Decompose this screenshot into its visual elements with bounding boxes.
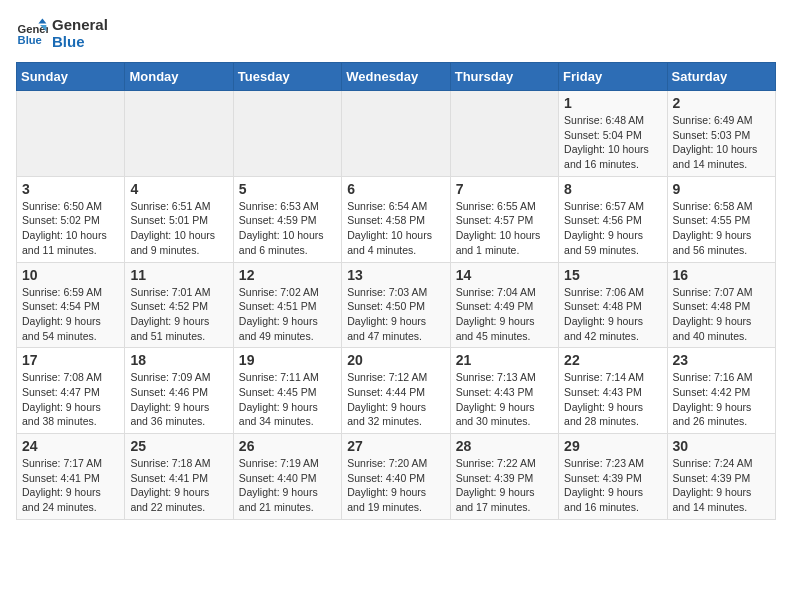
calendar-cell: 21Sunrise: 7:13 AM Sunset: 4:43 PM Dayli… xyxy=(450,348,558,434)
logo-blue: Blue xyxy=(52,33,108,50)
day-number: 19 xyxy=(239,352,336,368)
day-number: 22 xyxy=(564,352,661,368)
day-info: Sunrise: 6:53 AM Sunset: 4:59 PM Dayligh… xyxy=(239,199,336,258)
calendar-cell: 19Sunrise: 7:11 AM Sunset: 4:45 PM Dayli… xyxy=(233,348,341,434)
day-info: Sunrise: 7:13 AM Sunset: 4:43 PM Dayligh… xyxy=(456,370,553,429)
day-info: Sunrise: 7:18 AM Sunset: 4:41 PM Dayligh… xyxy=(130,456,227,515)
day-info: Sunrise: 7:20 AM Sunset: 4:40 PM Dayligh… xyxy=(347,456,444,515)
calendar-cell: 3Sunrise: 6:50 AM Sunset: 5:02 PM Daylig… xyxy=(17,176,125,262)
calendar-cell: 17Sunrise: 7:08 AM Sunset: 4:47 PM Dayli… xyxy=(17,348,125,434)
day-number: 5 xyxy=(239,181,336,197)
calendar-week-row: 10Sunrise: 6:59 AM Sunset: 4:54 PM Dayli… xyxy=(17,262,776,348)
calendar-cell: 27Sunrise: 7:20 AM Sunset: 4:40 PM Dayli… xyxy=(342,434,450,520)
day-number: 13 xyxy=(347,267,444,283)
calendar-cell: 9Sunrise: 6:58 AM Sunset: 4:55 PM Daylig… xyxy=(667,176,775,262)
calendar-cell: 11Sunrise: 7:01 AM Sunset: 4:52 PM Dayli… xyxy=(125,262,233,348)
day-number: 23 xyxy=(673,352,770,368)
day-info: Sunrise: 7:01 AM Sunset: 4:52 PM Dayligh… xyxy=(130,285,227,344)
day-number: 26 xyxy=(239,438,336,454)
logo: General Blue General Blue xyxy=(16,16,108,50)
calendar-cell: 1Sunrise: 6:48 AM Sunset: 5:04 PM Daylig… xyxy=(559,91,667,177)
day-number: 27 xyxy=(347,438,444,454)
day-number: 17 xyxy=(22,352,119,368)
day-number: 24 xyxy=(22,438,119,454)
calendar-cell: 26Sunrise: 7:19 AM Sunset: 4:40 PM Dayli… xyxy=(233,434,341,520)
day-info: Sunrise: 6:57 AM Sunset: 4:56 PM Dayligh… xyxy=(564,199,661,258)
weekday-header: Wednesday xyxy=(342,63,450,91)
day-number: 18 xyxy=(130,352,227,368)
day-number: 6 xyxy=(347,181,444,197)
weekday-header: Friday xyxy=(559,63,667,91)
calendar-week-row: 3Sunrise: 6:50 AM Sunset: 5:02 PM Daylig… xyxy=(17,176,776,262)
day-info: Sunrise: 6:59 AM Sunset: 4:54 PM Dayligh… xyxy=(22,285,119,344)
day-info: Sunrise: 6:51 AM Sunset: 5:01 PM Dayligh… xyxy=(130,199,227,258)
calendar-table: SundayMondayTuesdayWednesdayThursdayFrid… xyxy=(16,62,776,520)
day-info: Sunrise: 7:16 AM Sunset: 4:42 PM Dayligh… xyxy=(673,370,770,429)
calendar-cell: 24Sunrise: 7:17 AM Sunset: 4:41 PM Dayli… xyxy=(17,434,125,520)
day-info: Sunrise: 7:07 AM Sunset: 4:48 PM Dayligh… xyxy=(673,285,770,344)
day-number: 21 xyxy=(456,352,553,368)
calendar-cell: 2Sunrise: 6:49 AM Sunset: 5:03 PM Daylig… xyxy=(667,91,775,177)
day-number: 11 xyxy=(130,267,227,283)
day-number: 1 xyxy=(564,95,661,111)
calendar-cell: 20Sunrise: 7:12 AM Sunset: 4:44 PM Dayli… xyxy=(342,348,450,434)
day-number: 4 xyxy=(130,181,227,197)
day-info: Sunrise: 7:02 AM Sunset: 4:51 PM Dayligh… xyxy=(239,285,336,344)
day-number: 15 xyxy=(564,267,661,283)
day-number: 20 xyxy=(347,352,444,368)
day-info: Sunrise: 6:55 AM Sunset: 4:57 PM Dayligh… xyxy=(456,199,553,258)
weekday-header: Saturday xyxy=(667,63,775,91)
calendar-cell: 5Sunrise: 6:53 AM Sunset: 4:59 PM Daylig… xyxy=(233,176,341,262)
logo-icon: General Blue xyxy=(16,17,48,49)
calendar-cell: 4Sunrise: 6:51 AM Sunset: 5:01 PM Daylig… xyxy=(125,176,233,262)
calendar-week-row: 1Sunrise: 6:48 AM Sunset: 5:04 PM Daylig… xyxy=(17,91,776,177)
weekday-header: Thursday xyxy=(450,63,558,91)
day-number: 3 xyxy=(22,181,119,197)
day-info: Sunrise: 6:58 AM Sunset: 4:55 PM Dayligh… xyxy=(673,199,770,258)
day-info: Sunrise: 6:50 AM Sunset: 5:02 PM Dayligh… xyxy=(22,199,119,258)
day-info: Sunrise: 7:17 AM Sunset: 4:41 PM Dayligh… xyxy=(22,456,119,515)
calendar-cell: 10Sunrise: 6:59 AM Sunset: 4:54 PM Dayli… xyxy=(17,262,125,348)
day-number: 25 xyxy=(130,438,227,454)
day-info: Sunrise: 7:03 AM Sunset: 4:50 PM Dayligh… xyxy=(347,285,444,344)
calendar-cell: 18Sunrise: 7:09 AM Sunset: 4:46 PM Dayli… xyxy=(125,348,233,434)
day-number: 29 xyxy=(564,438,661,454)
day-number: 30 xyxy=(673,438,770,454)
calendar-cell xyxy=(125,91,233,177)
calendar-cell: 15Sunrise: 7:06 AM Sunset: 4:48 PM Dayli… xyxy=(559,262,667,348)
day-number: 14 xyxy=(456,267,553,283)
calendar-week-row: 17Sunrise: 7:08 AM Sunset: 4:47 PM Dayli… xyxy=(17,348,776,434)
calendar-cell xyxy=(342,91,450,177)
day-number: 2 xyxy=(673,95,770,111)
day-number: 7 xyxy=(456,181,553,197)
page-header: General Blue General Blue xyxy=(16,16,776,50)
calendar-cell xyxy=(450,91,558,177)
calendar-cell: 6Sunrise: 6:54 AM Sunset: 4:58 PM Daylig… xyxy=(342,176,450,262)
calendar-cell: 14Sunrise: 7:04 AM Sunset: 4:49 PM Dayli… xyxy=(450,262,558,348)
weekday-header: Monday xyxy=(125,63,233,91)
calendar-cell: 29Sunrise: 7:23 AM Sunset: 4:39 PM Dayli… xyxy=(559,434,667,520)
day-info: Sunrise: 6:48 AM Sunset: 5:04 PM Dayligh… xyxy=(564,113,661,172)
day-info: Sunrise: 7:19 AM Sunset: 4:40 PM Dayligh… xyxy=(239,456,336,515)
calendar-cell: 25Sunrise: 7:18 AM Sunset: 4:41 PM Dayli… xyxy=(125,434,233,520)
weekday-header: Sunday xyxy=(17,63,125,91)
day-info: Sunrise: 7:04 AM Sunset: 4:49 PM Dayligh… xyxy=(456,285,553,344)
day-number: 10 xyxy=(22,267,119,283)
calendar-cell: 22Sunrise: 7:14 AM Sunset: 4:43 PM Dayli… xyxy=(559,348,667,434)
day-info: Sunrise: 7:11 AM Sunset: 4:45 PM Dayligh… xyxy=(239,370,336,429)
calendar-cell: 7Sunrise: 6:55 AM Sunset: 4:57 PM Daylig… xyxy=(450,176,558,262)
calendar-header-row: SundayMondayTuesdayWednesdayThursdayFrid… xyxy=(17,63,776,91)
calendar-cell: 28Sunrise: 7:22 AM Sunset: 4:39 PM Dayli… xyxy=(450,434,558,520)
day-info: Sunrise: 7:09 AM Sunset: 4:46 PM Dayligh… xyxy=(130,370,227,429)
day-number: 8 xyxy=(564,181,661,197)
day-info: Sunrise: 7:14 AM Sunset: 4:43 PM Dayligh… xyxy=(564,370,661,429)
calendar-cell: 16Sunrise: 7:07 AM Sunset: 4:48 PM Dayli… xyxy=(667,262,775,348)
day-number: 12 xyxy=(239,267,336,283)
day-info: Sunrise: 7:24 AM Sunset: 4:39 PM Dayligh… xyxy=(673,456,770,515)
day-info: Sunrise: 6:54 AM Sunset: 4:58 PM Dayligh… xyxy=(347,199,444,258)
day-info: Sunrise: 7:12 AM Sunset: 4:44 PM Dayligh… xyxy=(347,370,444,429)
svg-marker-2 xyxy=(38,19,46,24)
day-number: 9 xyxy=(673,181,770,197)
calendar-cell: 13Sunrise: 7:03 AM Sunset: 4:50 PM Dayli… xyxy=(342,262,450,348)
calendar-cell: 8Sunrise: 6:57 AM Sunset: 4:56 PM Daylig… xyxy=(559,176,667,262)
